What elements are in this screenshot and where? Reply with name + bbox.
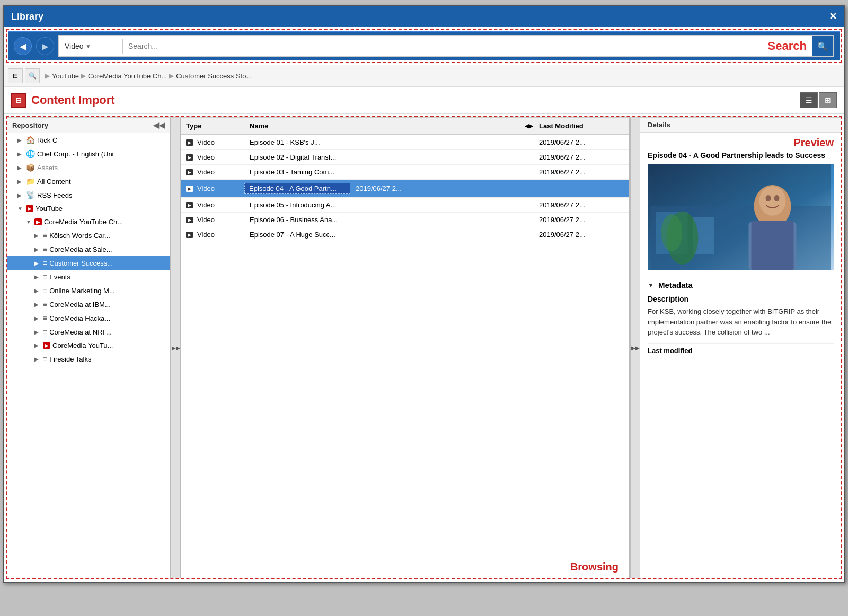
preview-label: Preview: [640, 133, 841, 151]
col-header-expand: ◀▶: [524, 122, 534, 130]
row-modified-ep03: 2019/06/27 2...: [534, 168, 629, 176]
tree-label-cm-youtu2: CoreMedia YouTu...: [52, 341, 113, 349]
row-type-ep03: ▶ Video: [181, 168, 244, 176]
tree-item-kolsch[interactable]: ▶ ≡ Kölsch Words Car...: [7, 228, 170, 242]
tree-label-events: Events: [49, 273, 70, 281]
window-title: Library: [11, 11, 43, 22]
row-type-label-ep07: Video: [197, 231, 215, 239]
bc-sep-2: ▶: [169, 72, 174, 80]
back-button[interactable]: ◀: [14, 37, 32, 55]
toolbar-outline: ◀ ▶ Video ▼ Search 🔍: [6, 29, 842, 63]
tree-label-online: Online Marketing M...: [49, 287, 115, 295]
content-header: ⊟ Content Import ☰ ⊞: [4, 87, 844, 114]
search-button[interactable]: 🔍: [812, 36, 833, 56]
collapse-button[interactable]: ◀◀: [153, 121, 165, 129]
row-modified-ep04: 2019/06/27 2...: [350, 184, 446, 192]
list-row-ep07[interactable]: ▶ Video Episode 07 - A Huge Succ... 2019…: [181, 227, 629, 242]
tree-item-coremedia-yt[interactable]: ▼ ▶ CoreMedia YouTube Ch...: [7, 215, 170, 228]
repo-expand-button[interactable]: ▶▶: [171, 118, 181, 578]
tree-arrow-rick: ▶: [17, 137, 24, 143]
view-toggle: ☰ ⊞: [800, 92, 837, 108]
grid-view-button[interactable]: ⊞: [819, 92, 837, 108]
tree-item-hacka[interactable]: ▶ ≡ CoreMedia Hacka...: [7, 311, 170, 325]
list-icon-sale: ≡: [43, 245, 47, 253]
preview-title: Episode 04 - A Good Partnership leads to…: [640, 151, 841, 164]
row-type-ep04: ▶ Video: [181, 184, 244, 192]
list-icon-fireside: ≡: [43, 355, 47, 363]
dropdown-arrow: ▼: [86, 43, 91, 49]
breadcrumb-search-icon[interactable]: 🔍: [25, 68, 40, 83]
row-type-ep07: ▶ Video: [181, 231, 244, 239]
breadcrumb-icons: ⊟ 🔍: [8, 68, 40, 83]
library-window: Library ✕ ◀ ▶ Video ▼ Search 🔍: [3, 5, 845, 583]
content-import-title: Content Import: [31, 93, 115, 107]
tree-item-chef[interactable]: ▶ 🌐 Chef Corp. - English (Uni: [7, 147, 170, 161]
expand-col-icon: ◀▶: [525, 123, 533, 129]
browsing-label: Browsing: [570, 561, 619, 573]
breadcrumb-customer[interactable]: Customer Success Sto...: [176, 72, 252, 80]
list-row-ep02[interactable]: ▶ Video Episode 02 - Digital Transf... 2…: [181, 150, 629, 165]
search-type-dropdown[interactable]: Video ▼: [59, 39, 123, 54]
list-row-ep01[interactable]: ▶ Video Episode 01 - KSB's J... 2019/06/…: [181, 135, 629, 150]
list-icon-ibm: ≡: [43, 300, 47, 309]
breadcrumb-tree-icon[interactable]: ⊟: [8, 68, 23, 83]
metadata-section: ▼ Metadata Description For KSB, working …: [640, 275, 841, 360]
tree-item-ibm[interactable]: ▶ ≡ CoreMedia at IBM...: [7, 297, 170, 311]
col-header-type: Type: [181, 122, 244, 130]
close-button[interactable]: ✕: [829, 11, 837, 22]
metadata-divider: [697, 285, 834, 285]
tree-item-sale[interactable]: ▶ ≡ CoreMedia at Sale...: [7, 242, 170, 256]
youtube-icon-2: ▶: [43, 342, 50, 349]
list-icon-kolsch: ≡: [43, 231, 47, 240]
tree-item-events[interactable]: ▶ ≡ Events: [7, 270, 170, 284]
tree-item-fireside[interactable]: ▶ ≡ Fireside Talks: [7, 352, 170, 366]
tree-arrow-chef: ▶: [17, 151, 24, 157]
tree-item-customer-success[interactable]: ▶ ≡ Customer Success...: [7, 256, 170, 270]
list-row-ep04[interactable]: ▶ Video Episode 04 - A Good Partn... 201…: [181, 180, 629, 198]
tree-arrow-events: ▶: [34, 274, 41, 280]
tree-arrow-nrf: ▶: [34, 329, 41, 335]
list-row-ep05[interactable]: ▶ Video Episode 05 - Introducing A... 20…: [181, 198, 629, 213]
breadcrumb-youtube[interactable]: YouTube: [52, 72, 79, 80]
tree-item-rick[interactable]: ▶ 🏠 Rick C: [7, 133, 170, 147]
row-type-label-ep02: Video: [197, 153, 215, 161]
tree-arrow-online: ▶: [34, 288, 41, 294]
tree-arrow-fireside: ▶: [34, 356, 41, 362]
list-icon-customer: ≡: [43, 259, 47, 267]
details-header: Details: [640, 118, 841, 133]
tree-arrow-cm-yt: ▼: [26, 219, 32, 225]
tree-item-cm-youtu2[interactable]: ▶ ▶ CoreMedia YouTu...: [7, 339, 170, 352]
row-type-label-ep03: Video: [197, 168, 215, 176]
grid-view-icon: ⊞: [825, 96, 831, 104]
metadata-arrow: ▼: [648, 281, 654, 289]
youtube-ch-icon: ▶: [34, 218, 42, 225]
tree-label-assets: Assets: [37, 164, 58, 172]
assets-icon: 📦: [26, 163, 35, 172]
breadcrumb-bar: ⊟ 🔍 ▶ YouTube ▶ CoreMedia YouTube Ch... …: [4, 65, 844, 87]
tree-item-youtube[interactable]: ▼ ▶ YouTube: [7, 202, 170, 215]
content-header-left: ⊟ Content Import: [11, 93, 115, 108]
row-type-ep06: ▶ Video: [181, 216, 244, 224]
details-expand-icon: ▶▶: [631, 345, 640, 351]
tree-label-ibm: CoreMedia at IBM...: [49, 301, 111, 309]
tree-label-allcontent: All Content: [37, 178, 71, 186]
tree-item-nrf[interactable]: ▶ ≡ CoreMedia at NRF...: [7, 325, 170, 339]
tree-arrow-allcontent: ▶: [17, 179, 24, 184]
bc-sep-0: ▶: [45, 72, 50, 80]
tree-label-rick: Rick C: [37, 136, 57, 144]
row-name-ep06: Episode 06 - Business Ana...: [244, 216, 534, 224]
svg-rect-9: [752, 221, 794, 270]
search-input[interactable]: [123, 39, 763, 54]
tree-item-allcontent[interactable]: ▶ 📁 All Content: [7, 174, 170, 188]
details-expand-button[interactable]: ▶▶: [630, 118, 640, 578]
list-view-button[interactable]: ☰: [800, 92, 818, 108]
list-header: Type Name ◀▶ Last Modified: [181, 118, 629, 135]
list-row-ep06[interactable]: ▶ Video Episode 06 - Business Ana... 201…: [181, 213, 629, 227]
breadcrumb-channel[interactable]: CoreMedia YouTube Ch...: [88, 72, 167, 80]
tree-item-assets[interactable]: ▶ 📦 Assets: [7, 161, 170, 174]
forward-button[interactable]: ▶: [36, 37, 54, 55]
tree-item-online-marketing[interactable]: ▶ ≡ Online Marketing M...: [7, 284, 170, 297]
list-row-ep03[interactable]: ▶ Video Episode 03 - Taming Com... 2019/…: [181, 165, 629, 180]
tree-label-nrf: CoreMedia at NRF...: [49, 328, 112, 336]
tree-item-rssfeeds[interactable]: ▶ 📡 RSS Feeds: [7, 188, 170, 202]
